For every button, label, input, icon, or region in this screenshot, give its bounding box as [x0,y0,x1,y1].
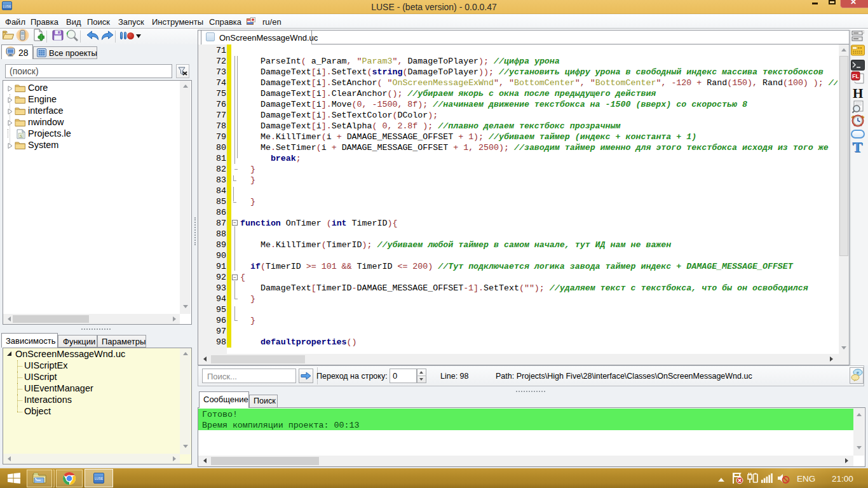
svg-text:FL: FL [852,73,859,79]
svg-text:e: e [857,370,859,375]
svg-text:s: s [20,133,22,139]
